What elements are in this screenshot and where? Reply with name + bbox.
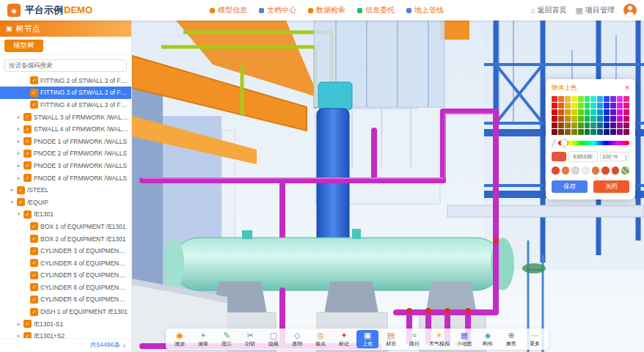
palette-color[interactable] xyxy=(578,109,584,115)
palette-color[interactable] xyxy=(610,129,616,135)
visibility-checkbox[interactable]: ✓ xyxy=(30,308,38,316)
palette-color[interactable] xyxy=(597,129,603,135)
palette-color[interactable] xyxy=(552,116,557,122)
nav-item[interactable]: 文档中心 xyxy=(259,5,296,15)
palette-color[interactable] xyxy=(623,109,629,115)
hue-slider-handle[interactable] xyxy=(561,140,568,147)
tool-weather[interactable]: ☀天气模拟 xyxy=(427,330,452,348)
tree-node[interactable]: ▾✓/EQUIP xyxy=(0,196,131,208)
palette-color[interactable] xyxy=(604,129,610,135)
visibility-checkbox[interactable]: ✓ xyxy=(17,198,25,206)
visibility-checkbox[interactable]: ✓ xyxy=(23,174,32,182)
palette-color[interactable] xyxy=(623,96,629,102)
expand-caret-icon[interactable]: ▸ xyxy=(16,126,21,132)
tree-node[interactable]: ▸✓STWALL 4 of FRMWORK /WALLS xyxy=(0,123,131,136)
visibility-checkbox[interactable]: ✓ xyxy=(23,161,32,169)
palette-color[interactable] xyxy=(617,109,623,115)
nav-item[interactable]: 地上管线 xyxy=(406,5,444,15)
nav-item[interactable]: 数据检索 xyxy=(308,5,345,15)
tool-roam[interactable]: ◉漫游 xyxy=(169,330,191,348)
visibility-checkbox[interactable]: ✓ xyxy=(30,296,38,304)
visibility-checkbox[interactable]: ✓ xyxy=(23,150,32,158)
visibility-checkbox[interactable]: ✓ xyxy=(30,271,38,279)
palette-color[interactable] xyxy=(565,96,571,102)
palette-color[interactable] xyxy=(623,103,629,109)
palette-color[interactable] xyxy=(604,96,610,102)
close-button[interactable]: 关闭 xyxy=(593,180,629,193)
tool-measure[interactable]: ⌖测量 xyxy=(192,330,214,348)
tree-node[interactable]: ✓BOX 2 of EQUIPMENT /E1301 xyxy=(0,232,131,245)
palette-color[interactable] xyxy=(552,103,557,109)
palette-color[interactable] xyxy=(597,116,603,122)
expand-caret-icon[interactable]: ▸ xyxy=(16,333,21,338)
palette-color[interactable] xyxy=(558,109,564,115)
palette-color[interactable] xyxy=(610,96,616,102)
tool-colorize[interactable]: ▣上色 xyxy=(356,330,378,348)
alpha-value-field[interactable]: 100 % ▴ ▾ xyxy=(600,152,629,161)
palette-color[interactable] xyxy=(604,103,610,109)
expand-caret-icon[interactable]: ▸ xyxy=(16,321,21,327)
palette-color[interactable] xyxy=(558,96,564,102)
visibility-checkbox[interactable]: ✓ xyxy=(30,89,38,97)
palette-color[interactable] xyxy=(565,109,571,115)
palette-color[interactable] xyxy=(590,116,596,122)
palette-color[interactable] xyxy=(578,129,584,135)
palette-color[interactable] xyxy=(552,122,557,128)
tree-node[interactable]: ✓FITTING 4 of STWALL 2 of FRMWORK xyxy=(0,99,131,111)
palette-color[interactable] xyxy=(617,122,623,128)
preset-color[interactable] xyxy=(601,166,610,175)
visibility-checkbox[interactable]: ✓ xyxy=(30,283,38,291)
palette-color[interactable] xyxy=(585,116,590,122)
palette-color[interactable] xyxy=(578,122,584,128)
tool-annotate[interactable]: ✎批注 xyxy=(216,330,238,348)
tree-node[interactable]: ▸✓/E1301-S1 xyxy=(0,318,131,330)
palette-color[interactable] xyxy=(623,116,629,122)
visibility-checkbox[interactable]: ✓ xyxy=(23,320,32,328)
tool-more[interactable]: ⋯更多 xyxy=(524,330,546,348)
preset-color[interactable] xyxy=(621,166,629,175)
palette-color[interactable] xyxy=(597,122,603,128)
palette-color[interactable] xyxy=(571,129,577,135)
palette-color[interactable] xyxy=(604,122,610,128)
tree-node[interactable]: ✓BOX 1 of EQUIPMENT /E1301 xyxy=(0,221,131,233)
expand-caret-icon[interactable]: ▸ xyxy=(16,175,21,181)
palette-color[interactable] xyxy=(617,103,623,109)
chevron-right-icon[interactable]: › xyxy=(123,342,125,350)
preset-color[interactable] xyxy=(562,166,570,175)
palette-color[interactable] xyxy=(590,129,596,135)
visibility-checkbox[interactable]: ✓ xyxy=(30,76,38,84)
palette-color[interactable] xyxy=(590,103,596,109)
tool-path[interactable]: ≈路径 xyxy=(403,330,425,348)
tree-node[interactable]: ▸✓STWALL 3 of FRMWORK /WALLS xyxy=(0,111,131,123)
palette-color[interactable] xyxy=(552,129,557,135)
visibility-checkbox[interactable]: ✓ xyxy=(23,113,32,121)
palette-color[interactable] xyxy=(597,103,603,109)
nav-item[interactable]: 模型信息 xyxy=(210,5,247,15)
tool-minimap[interactable]: ▦小地图 xyxy=(453,330,475,348)
tool-material[interactable]: ▤材质 xyxy=(380,330,402,348)
palette-color[interactable] xyxy=(558,103,564,109)
palette-color[interactable] xyxy=(565,103,571,109)
palette-color[interactable] xyxy=(604,116,610,122)
visibility-checkbox[interactable]: ✓ xyxy=(30,100,38,109)
preset-color[interactable] xyxy=(571,166,579,175)
tab-model-tree[interactable]: 模型树 xyxy=(4,40,43,52)
tool-viewpoint[interactable]: ◎视点 xyxy=(310,330,332,348)
tree-node[interactable]: ✓DISH 1 of EQUIPMENT /E1301 xyxy=(0,306,131,318)
palette-color[interactable] xyxy=(610,103,616,109)
tree-node[interactable]: ✓CYLINDER 8 of EQUIPMENT /E1301 xyxy=(0,293,131,306)
palette-color[interactable] xyxy=(565,116,571,122)
palette-color[interactable] xyxy=(617,129,623,135)
palette-color[interactable] xyxy=(565,129,571,135)
expand-caret-icon[interactable]: ▸ xyxy=(16,114,21,120)
alpha-down-icon[interactable]: ▾ xyxy=(625,157,627,160)
tree-node[interactable]: ▸✓/STEEL xyxy=(0,184,131,197)
eyedropper-icon[interactable]: ╱ xyxy=(552,139,555,147)
palette-color[interactable] xyxy=(578,96,584,102)
expand-caret-icon[interactable]: ▸ xyxy=(16,163,21,169)
tool-hide[interactable]: ▢隐藏 xyxy=(263,330,285,348)
hex-value-field[interactable]: E8533E xyxy=(568,151,598,162)
visibility-checkbox[interactable]: ✓ xyxy=(30,259,38,267)
palette-color[interactable] xyxy=(552,96,557,102)
expand-caret-icon[interactable]: ▸ xyxy=(10,187,15,193)
